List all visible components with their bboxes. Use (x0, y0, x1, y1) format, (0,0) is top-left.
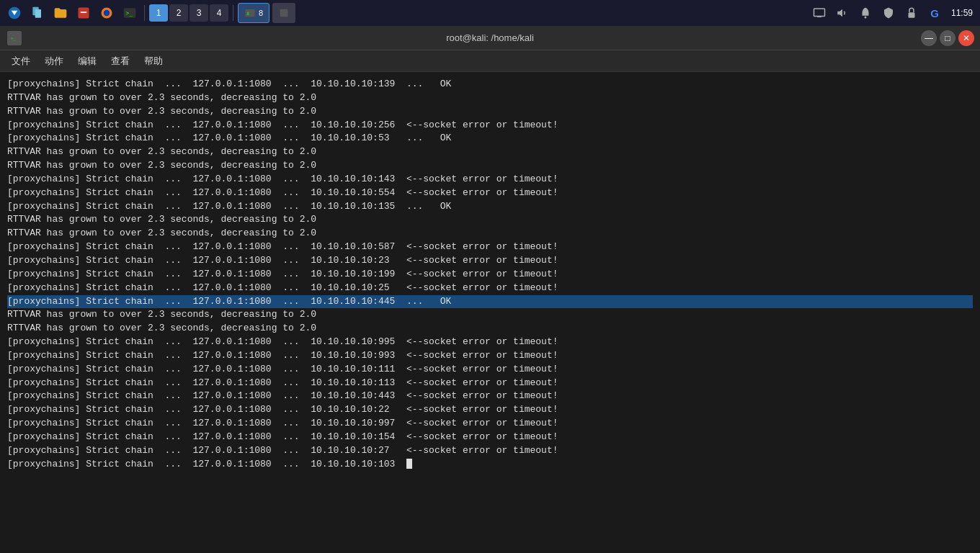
terminal-line: [proxychains] Strict chain ... 127.0.0.1… (7, 417, 973, 431)
taskbar-divider-2 (233, 5, 233, 21)
terminal-line: RTTVAR has grown to over 2.3 seconds, de… (7, 91, 973, 105)
svg-rect-2 (35, 9, 41, 18)
files-app-icon[interactable] (27, 3, 48, 23)
menu-edit[interactable]: 编辑 (72, 53, 102, 70)
firefox-app-icon[interactable] (97, 3, 117, 23)
terminal-line: [proxychains] Strict chain ... 127.0.0.1… (7, 282, 973, 295)
menu-file[interactable]: 文件 (6, 53, 36, 70)
terminal-controls: — □ ✕ (921, 30, 974, 46)
svg-text:>_: >_ (11, 36, 16, 41)
screen-icon[interactable] (810, 4, 829, 22)
terminal-line: [proxychains] Strict chain ... 127.0.0.1… (7, 119, 973, 132)
svg-rect-11 (280, 9, 288, 17)
terminal-line: RTTVAR has grown to over 2.3 seconds, de… (7, 159, 973, 173)
terminal-line: [proxychains] Strict chain ... 127.0.0.1… (7, 132, 973, 145)
svg-point-6 (104, 10, 110, 16)
folder-app-icon[interactable] (50, 3, 71, 23)
workspace-3-btn[interactable]: 3 (190, 4, 208, 22)
terminal-app-label: 8 (259, 9, 263, 17)
terminal-app-icon: 8 (244, 7, 256, 19)
svg-rect-13 (817, 17, 821, 18)
terminal-line: [proxychains] Strict chain ... 127.0.0.1… (7, 390, 973, 403)
menu-view[interactable]: 查看 (105, 53, 135, 70)
menu-action[interactable]: 动作 (39, 53, 69, 70)
terminal-taskbar-app[interactable]: 8 8 (238, 3, 270, 23)
close-button[interactable]: ✕ (958, 30, 974, 46)
workspace-4-btn[interactable]: 4 (210, 4, 228, 22)
terminal-line: [proxychains] Strict chain ... 127.0.0.1… (7, 363, 973, 377)
archive-app-icon[interactable] (74, 3, 94, 23)
g-icon[interactable]: G (925, 4, 944, 22)
terminal-dropdown-icon[interactable]: >_ (120, 3, 140, 23)
notification-icon[interactable] (856, 4, 875, 22)
workspace-1-btn[interactable]: 1 (149, 4, 168, 22)
volume-icon[interactable] (833, 4, 852, 22)
taskbar: >_ 1 2 3 4 8 8 (0, 0, 980, 26)
maximize-button[interactable]: □ (940, 30, 956, 46)
terminal-line: [proxychains] Strict chain ... 127.0.0.1… (7, 200, 973, 214)
svg-text:>_: >_ (125, 9, 133, 17)
terminal-line: [proxychains] Strict chain ... 127.0.0.1… (7, 377, 973, 390)
taskbar-right-section: G 11:59 (810, 4, 976, 22)
secondary-taskbar-app[interactable] (272, 3, 295, 23)
svg-rect-12 (814, 9, 824, 17)
terminal-line: [proxychains] Strict chain ... 127.0.0.1… (7, 268, 973, 282)
terminal-cursor (406, 459, 412, 469)
terminal-line: [proxychains] Strict chain ... 127.0.0.1… (7, 403, 973, 417)
shield-icon[interactable] (879, 4, 898, 22)
svg-rect-4 (81, 12, 86, 13)
terminal-title-icon: >_ (7, 31, 22, 45)
terminal-line: [proxychains] Strict chain ... 127.0.0.1… (7, 336, 973, 349)
terminal-line: [proxychains] Strict chain ... 127.0.0.1… (7, 458, 973, 472)
terminal-content[interactable]: [proxychains] Strict chain ... 127.0.0.1… (0, 72, 980, 553)
workspace-switcher: 1 2 3 4 (149, 4, 228, 22)
svg-rect-16 (908, 12, 914, 18)
terminal-titlebar: >_ root@kali: /home/kali — □ ✕ (0, 26, 980, 50)
svg-point-15 (864, 17, 866, 19)
terminal-line: [proxychains] Strict chain ... 127.0.0.1… (7, 78, 973, 91)
terminal-line: [proxychains] Strict chain ... 127.0.0.1… (7, 173, 973, 186)
terminal-line: [proxychains] Strict chain ... 127.0.0.1… (7, 254, 973, 268)
terminal-line: [proxychains] Strict chain ... 127.0.0.1… (7, 295, 973, 309)
terminal-line: [proxychains] Strict chain ... 127.0.0.1… (7, 431, 973, 444)
terminal-line: RTTVAR has grown to over 2.3 seconds, de… (7, 105, 973, 119)
terminal-line: [proxychains] Strict chain ... 127.0.0.1… (7, 349, 973, 363)
kali-logo-icon[interactable] (4, 3, 24, 23)
terminal-line: [proxychains] Strict chain ... 127.0.0.1… (7, 240, 973, 254)
lock-icon[interactable] (902, 4, 921, 22)
workspace-2-btn[interactable]: 2 (169, 4, 188, 22)
taskbar-divider-1 (144, 5, 145, 21)
svg-marker-14 (837, 9, 842, 17)
minimize-button[interactable]: — (921, 30, 937, 46)
clock: 11:59 (948, 8, 976, 18)
terminal-title: root@kali: /home/kali (446, 32, 534, 43)
terminal-line: [proxychains] Strict chain ... 127.0.0.1… (7, 186, 973, 200)
terminal-line: RTTVAR has grown to over 2.3 seconds, de… (7, 227, 973, 240)
terminal-menubar: 文件 动作 编辑 查看 帮助 (0, 50, 980, 72)
terminal-line: RTTVAR has grown to over 2.3 seconds, de… (7, 213, 973, 227)
terminal-line: [proxychains] Strict chain ... 127.0.0.1… (7, 444, 973, 458)
svg-text:8: 8 (246, 11, 249, 16)
terminal-line: RTTVAR has grown to over 2.3 seconds, de… (7, 308, 973, 322)
menu-help[interactable]: 帮助 (138, 53, 169, 70)
secondary-app-icon (278, 7, 290, 19)
terminal-line: RTTVAR has grown to over 2.3 seconds, de… (7, 322, 973, 336)
terminal-window: >_ root@kali: /home/kali — □ ✕ 文件 动作 编辑 … (0, 26, 980, 553)
terminal-line: RTTVAR has grown to over 2.3 seconds, de… (7, 145, 973, 159)
